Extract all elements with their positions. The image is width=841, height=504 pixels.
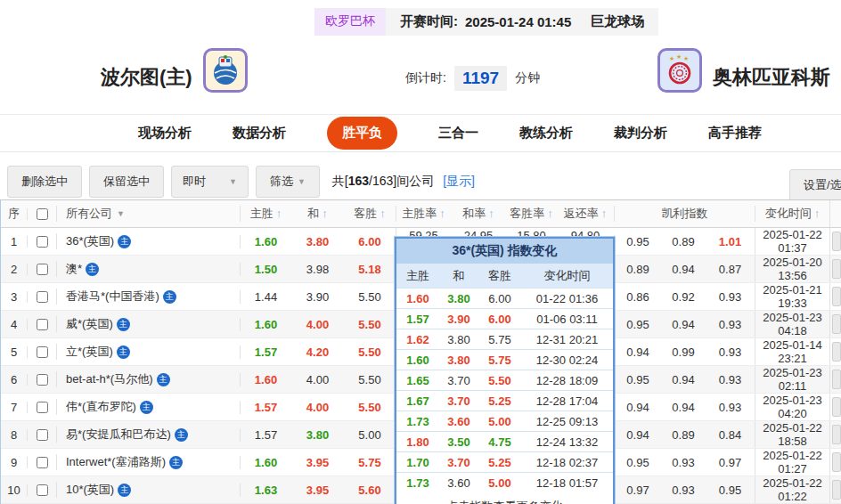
row-checkbox[interactable] <box>37 402 48 413</box>
nav-tab-6[interactable]: 裁判分析 <box>614 125 667 142</box>
row-checkbox[interactable] <box>37 346 48 358</box>
nav-tab-4[interactable]: 三合一 <box>438 125 478 142</box>
cutoff-button[interactable] <box>832 342 841 362</box>
header-company[interactable]: 所有公司▼ <box>56 206 240 222</box>
popup-odds-cell[interactable]: 1.73 <box>396 415 439 428</box>
odds-cell[interactable]: 1.60 <box>240 318 291 331</box>
odds-cell[interactable]: 4.00 <box>291 318 344 331</box>
popup-odds-cell[interactable]: 4.75 <box>478 435 521 449</box>
popup-odds-cell[interactable]: 1.60 <box>396 292 439 305</box>
popup-odds-cell[interactable]: 1.62 <box>396 333 439 346</box>
odds-cell[interactable]: 1.57 <box>240 428 291 442</box>
odds-cell[interactable]: 4.00 <box>291 401 344 414</box>
cutoff-button[interactable] <box>832 397 841 417</box>
odds-cell[interactable]: 5.50 <box>344 290 396 304</box>
cutoff-button[interactable] <box>832 370 841 389</box>
row-checkbox[interactable] <box>37 484 48 496</box>
cutoff-button[interactable] <box>832 287 841 306</box>
popup-odds-cell[interactable]: 6.00 <box>478 313 521 326</box>
popup-odds-cell[interactable]: 5.00 <box>478 415 521 428</box>
popup-odds-cell[interactable]: 3.60 <box>439 415 478 428</box>
popup-odds-cell[interactable]: 1.67 <box>396 394 439 408</box>
instant-dropdown[interactable]: 即时 ▼ <box>171 166 249 198</box>
nav-tab-5[interactable]: 教练分析 <box>519 125 573 142</box>
odds-cell[interactable]: 5.00 <box>344 428 396 442</box>
settings-select-button[interactable]: 设置/选择 <box>789 169 841 201</box>
popup-odds-cell[interactable]: 3.80 <box>439 292 478 305</box>
row-checkbox[interactable] <box>37 291 48 303</box>
odds-cell[interactable]: 1.44 <box>240 290 291 304</box>
popup-odds-cell[interactable]: 3.70 <box>439 394 478 408</box>
row-checkbox[interactable] <box>37 319 48 330</box>
popup-odds-cell[interactable]: 1.65 <box>396 374 439 387</box>
row-checkbox[interactable] <box>37 429 48 441</box>
popup-odds-cell[interactable]: 3.60 <box>439 476 478 490</box>
select-all-checkbox[interactable] <box>37 208 48 220</box>
popup-odds-cell[interactable]: 1.70 <box>396 456 439 469</box>
odds-cell[interactable]: 3.98 <box>291 263 344 276</box>
odds-cell[interactable]: 3.95 <box>291 456 344 469</box>
popup-odds-cell[interactable]: 6.00 <box>478 292 521 305</box>
odds-cell[interactable]: 5.18 <box>344 263 396 276</box>
odds-cell[interactable]: 1.57 <box>240 345 291 359</box>
odds-cell[interactable]: 5.75 <box>344 456 396 469</box>
nav-tab-2[interactable]: 数据分析 <box>233 125 286 142</box>
odds-cell[interactable]: 1.60 <box>240 373 291 386</box>
odds-cell[interactable]: 4.00 <box>291 373 344 386</box>
odds-cell[interactable]: 4.20 <box>291 345 344 359</box>
odds-cell[interactable]: 1.60 <box>240 235 291 248</box>
header-draw-odds[interactable]: 和↑ <box>291 206 344 222</box>
popup-odds-cell[interactable]: 3.70 <box>439 374 478 387</box>
delete-selected-button[interactable]: 删除选中 <box>7 166 82 198</box>
nav-tab-3[interactable]: 胜平负 <box>327 117 397 150</box>
popup-odds-cell[interactable]: 5.25 <box>478 394 521 408</box>
popup-odds-cell[interactable]: 3.90 <box>439 313 478 326</box>
popup-odds-cell[interactable]: 5.50 <box>478 374 521 387</box>
odds-cell[interactable]: 1.60 <box>240 456 291 469</box>
header-draw-rate[interactable]: 和率↑ <box>451 206 506 222</box>
row-checkbox[interactable] <box>37 457 48 468</box>
show-link[interactable]: [显示] <box>443 174 475 190</box>
cutoff-button[interactable] <box>832 314 841 334</box>
row-checkbox[interactable] <box>37 236 48 248</box>
popup-odds-cell[interactable]: 1.60 <box>396 354 439 367</box>
popup-odds-cell[interactable]: 3.80 <box>439 354 478 367</box>
popup-odds-cell[interactable]: 3.80 <box>439 333 478 346</box>
header-return-rate[interactable]: 返还率↑ <box>557 206 614 222</box>
keep-selected-button[interactable]: 保留选中 <box>89 166 164 198</box>
odds-cell[interactable]: 5.60 <box>344 484 396 497</box>
header-away-odds[interactable]: 客胜↑ <box>344 206 396 222</box>
popup-odds-cell[interactable]: 5.00 <box>478 476 521 490</box>
popup-odds-cell[interactable]: 1.57 <box>396 313 439 326</box>
odds-cell[interactable]: 5.50 <box>344 345 396 359</box>
odds-cell[interactable]: 3.90 <box>291 290 344 304</box>
odds-cell[interactable]: 1.50 <box>240 263 291 276</box>
cutoff-button[interactable] <box>832 259 841 279</box>
popup-odds-cell[interactable]: 5.25 <box>478 456 521 469</box>
odds-cell[interactable]: 5.50 <box>344 318 396 331</box>
header-home-rate[interactable]: 主胜率↑ <box>396 206 451 222</box>
nav-tab-7[interactable]: 高手推荐 <box>708 125 762 142</box>
odds-cell[interactable]: 5.50 <box>344 401 396 414</box>
cutoff-button[interactable] <box>832 480 841 500</box>
filter-dropdown[interactable]: 筛选 ▼ <box>256 166 320 198</box>
popup-odds-cell[interactable]: 3.50 <box>439 435 478 449</box>
cutoff-button[interactable] <box>832 232 841 251</box>
header-away-rate[interactable]: 客胜率↑ <box>506 206 557 222</box>
popup-odds-cell[interactable]: 5.75 <box>478 354 521 367</box>
odds-cell[interactable]: 3.95 <box>291 484 344 497</box>
cutoff-button[interactable] <box>832 425 841 444</box>
popup-odds-cell[interactable]: 1.80 <box>396 435 439 449</box>
cutoff-button[interactable] <box>832 452 841 472</box>
header-change-time[interactable]: 变化时间↑ <box>755 206 829 222</box>
header-home-odds[interactable]: 主胜↑ <box>240 206 291 222</box>
odds-cell[interactable]: 5.50 <box>344 373 396 386</box>
odds-cell[interactable]: 3.80 <box>291 235 344 248</box>
odds-cell[interactable]: 1.57 <box>240 401 291 414</box>
row-checkbox[interactable] <box>37 264 48 275</box>
odds-cell[interactable]: 1.63 <box>240 484 291 497</box>
popup-odds-cell[interactable]: 5.75 <box>478 333 521 346</box>
odds-cell[interactable]: 6.00 <box>344 235 396 248</box>
popup-odds-cell[interactable]: 3.70 <box>439 456 478 469</box>
row-checkbox[interactable] <box>37 374 48 386</box>
